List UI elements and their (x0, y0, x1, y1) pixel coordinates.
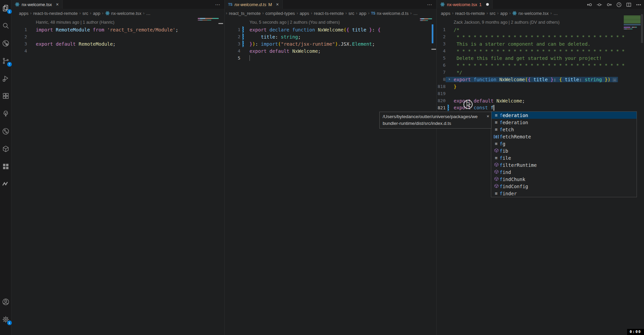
suggestion-item[interactable]: ≡federation (491, 112, 637, 119)
explorer-icon[interactable]: 1 (2, 4, 10, 12)
breadcrumb-item[interactable]: app (500, 11, 508, 16)
run-debug-icon[interactable] (2, 74, 10, 83)
minimap[interactable] (198, 18, 219, 19)
suggestion-item[interactable]: ≡file (491, 154, 637, 161)
breadcrumb-item[interactable]: apps (441, 11, 450, 16)
code-line[interactable]: 819 (437, 90, 644, 97)
line-number[interactable]: 4 (11, 48, 27, 53)
line-number[interactable]: 1 (11, 27, 27, 32)
squares-grid-icon[interactable] (2, 162, 10, 171)
commit-node-icon[interactable] (597, 2, 602, 7)
search-icon[interactable] (2, 22, 10, 30)
tab-nx-welcome-dts[interactable]: TSnx-welcome.d.tsM× (225, 0, 283, 9)
close-icon[interactable]: × (486, 113, 489, 120)
line-number[interactable]: 4 (225, 48, 240, 53)
suggestion-item[interactable]: ≡fetch (491, 126, 637, 133)
suggestion-item[interactable]: findConfig (491, 183, 637, 190)
more-actions-icon[interactable] (636, 2, 641, 7)
code-line[interactable]: 1export declare function NxWelcome({ tit… (225, 26, 436, 33)
gitlens-icon[interactable] (2, 39, 10, 47)
code-line[interactable]: 7 */ (437, 69, 644, 76)
breadcrumb-item[interactable]: nx-welcome.tsx (105, 11, 142, 16)
nav-back-icon[interactable] (587, 2, 592, 7)
source-control-icon[interactable]: 7 (2, 57, 10, 65)
breadcrumb-item[interactable]: compiled-types (265, 11, 295, 16)
code-line[interactable]: 2 title: string; (225, 33, 436, 40)
line-number[interactable]: 6 (437, 63, 446, 68)
line-number[interactable]: 820 (437, 98, 446, 103)
line-number[interactable]: 1 (225, 27, 240, 32)
code-line[interactable]: 1import RemoteModule from 'react_ts_remo… (11, 26, 224, 33)
scrollbar-thumb[interactable] (641, 14, 643, 43)
close-icon[interactable]: × (276, 2, 279, 7)
breadcrumb-item[interactable]: nx-welcome.tsx (512, 11, 549, 16)
code-line[interactable]: 3 This is a starter component and can be… (437, 40, 644, 47)
code-editor[interactable]: 1import RemoteModule from 'react_ts_remo… (11, 26, 224, 54)
minimap[interactable] (420, 18, 432, 19)
tab-nx-welcome-tsx-modified[interactable]: nx-welcome.tsx1 (437, 0, 493, 9)
code-line[interactable]: 8export function NxWelcome({ title }: { … (437, 76, 644, 83)
pane-divider[interactable] (436, 0, 437, 335)
code-line[interactable]: 5 (225, 54, 436, 62)
line-number[interactable]: 819 (437, 91, 446, 96)
breadcrumb-item[interactable]: apps (19, 11, 28, 16)
code-line[interactable]: 4 (11, 47, 224, 54)
breadcrumb-item[interactable]: react_ts_remote (229, 11, 261, 16)
more-actions-icon[interactable]: ⋯ (427, 0, 432, 9)
breadcrumb-item[interactable]: app (359, 11, 366, 16)
line-number[interactable]: 1 (437, 27, 446, 32)
breadcrumb-item[interactable]: src (490, 11, 495, 16)
line-number[interactable]: 7 (437, 70, 446, 75)
breadcrumb-item[interactable]: … (146, 11, 150, 16)
line-number[interactable]: 5 (225, 55, 240, 61)
split-editor-icon[interactable] (626, 2, 631, 7)
dirty-dot-icon[interactable] (486, 3, 489, 6)
testing-tree-icon[interactable] (2, 110, 10, 118)
line-number[interactable]: 821 (437, 105, 446, 110)
account-icon[interactable] (2, 298, 10, 306)
hexagon-box-icon[interactable] (2, 145, 10, 153)
suggestion-item[interactable]: ≡finder (491, 190, 637, 197)
code-line[interactable]: 3}): import("react/jsx-runtime").JSX.Ele… (225, 40, 436, 47)
code-editor[interactable]: 1export declare function NxWelcome({ tit… (225, 26, 436, 62)
history-icon[interactable] (616, 2, 622, 7)
line-number[interactable]: 8 (437, 77, 446, 82)
code-line[interactable]: 818} (437, 83, 644, 90)
line-number[interactable]: 2 (225, 34, 240, 39)
breadcrumb-item[interactable]: react-ts-remote (314, 11, 344, 16)
code-line[interactable]: 5 Delete this file and get started with … (437, 54, 644, 62)
breadcrumb-item[interactable]: apps (300, 11, 309, 16)
breadcrumb-item[interactable]: react-ts-nested-remote (33, 11, 78, 16)
breadcrumb-item[interactable]: … (553, 11, 558, 16)
suggestion-item[interactable]: ≡federation (491, 119, 637, 126)
breadcrumb-item[interactable]: … (413, 11, 418, 16)
more-actions-icon[interactable]: ⋯ (215, 0, 220, 9)
suggestion-item[interactable]: ≡fg (491, 140, 637, 147)
line-number[interactable]: 4 (437, 48, 446, 53)
suggestion-item[interactable]: fib (491, 147, 637, 154)
breadcrumb-item[interactable]: src (349, 11, 354, 16)
line-number[interactable]: 5 (437, 55, 446, 61)
breadcrumb-item[interactable]: src (82, 11, 88, 16)
code-line[interactable]: 2 * * * * * * * * * * * * * * * * * * * … (437, 33, 644, 40)
code-line[interactable]: 4export default NxWelcome; (225, 47, 436, 54)
code-editor[interactable]: 1/*2 * * * * * * * * * * * * * * * * * *… (437, 26, 644, 111)
folded-region-icon[interactable]: ⋯ (613, 78, 617, 82)
suggestion-item[interactable]: filterRuntime (491, 161, 637, 169)
suggestion-item[interactable]: [@]fetchRemote (491, 133, 637, 140)
line-number[interactable]: 818 (437, 84, 446, 89)
code-line[interactable]: 6 * * * * * * * * * * * * * * * * * * * … (437, 62, 644, 69)
extensions-icon[interactable] (2, 92, 10, 100)
minimap[interactable] (420, 20, 428, 21)
pane-divider[interactable] (224, 0, 225, 335)
breadcrumb-item[interactable]: app (93, 11, 100, 16)
line-number[interactable]: 2 (437, 34, 446, 39)
code-line[interactable]: 2 (11, 33, 224, 40)
tab-nx-welcome-tsx[interactable]: nx-welcome.tsx× (11, 0, 63, 9)
breadcrumb-item[interactable]: TSnx-welcome.d.ts (371, 11, 409, 16)
nav-forward-icon[interactable] (606, 2, 612, 7)
settings-gear-icon[interactable]: 1 (2, 315, 10, 323)
breadcrumb-item[interactable]: react-ts-remote (455, 11, 485, 16)
line-number[interactable]: 2 (11, 34, 27, 39)
line-number[interactable]: 3 (225, 41, 240, 46)
